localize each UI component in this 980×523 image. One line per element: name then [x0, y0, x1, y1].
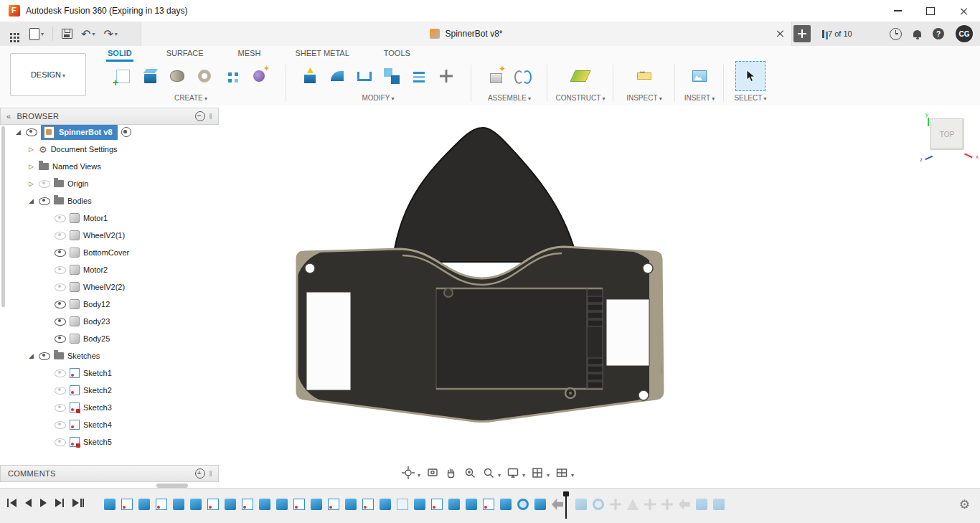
- visibility-eye-icon[interactable]: [55, 369, 66, 377]
- skip-to-end-button[interactable]: [72, 499, 84, 507]
- timeline-settings-gear-icon[interactable]: [959, 497, 970, 512]
- close-button[interactable]: [947, 0, 980, 22]
- redo-button[interactable]: [103, 27, 117, 41]
- zoom-icon[interactable]: [481, 466, 496, 480]
- timeline-feature-tri-icon[interactable]: [627, 499, 639, 510]
- extrude-icon[interactable]: [139, 65, 161, 87]
- model-viewport[interactable]: [219, 105, 980, 488]
- timeline-feature-solid-icon[interactable]: [534, 499, 546, 510]
- timeline-feature-solid-icon[interactable]: [414, 499, 425, 510]
- tree-item-wheelv2-2[interactable]: WheelV2(2): [9, 278, 219, 296]
- visibility-eye-icon[interactable]: [39, 180, 50, 188]
- tree-item-sketch5[interactable]: Sketch5: [9, 433, 219, 451]
- tree-item-sketch2[interactable]: Sketch2: [9, 382, 219, 399]
- group-label-modify[interactable]: MODIFY: [362, 94, 394, 103]
- timeline-feature-solid-icon[interactable]: [380, 499, 391, 510]
- expander-icon[interactable]: [27, 352, 35, 359]
- viewcube[interactable]: y TOP x z: [921, 114, 974, 161]
- tree-item-body23[interactable]: Body23: [9, 313, 219, 330]
- model-battery-tray[interactable]: [436, 288, 603, 389]
- undo-button[interactable]: [81, 27, 95, 41]
- timeline-feature-solid-icon[interactable]: [104, 499, 116, 510]
- tree-item-bottomcover[interactable]: BottomCover: [9, 244, 219, 261]
- visibility-eye-icon[interactable]: [55, 301, 66, 308]
- minimize-button[interactable]: [881, 0, 914, 22]
- timeline-feature-solid-icon[interactable]: [696, 499, 707, 510]
- tree-item-motor2[interactable]: Motor2: [9, 261, 219, 278]
- zoom-fit-icon[interactable]: [462, 466, 478, 480]
- revolve-icon[interactable]: [166, 65, 188, 87]
- group-label-insert[interactable]: INSERT: [684, 94, 715, 103]
- browser-scrollbar[interactable]: [1, 126, 5, 307]
- save-button[interactable]: [62, 29, 72, 39]
- collapse-panel-icon[interactable]: [1, 112, 17, 121]
- tree-item-body12[interactable]: Body12: [9, 296, 219, 313]
- offset-icon[interactable]: [408, 65, 430, 87]
- tab-mesh[interactable]: MESH: [237, 47, 263, 62]
- clock-icon[interactable]: [890, 28, 902, 40]
- canvas-area[interactable]: y TOP x z BROWSER SpinnerBot v8: [0, 105, 980, 488]
- timeline-feature-cross-icon[interactable]: [644, 499, 656, 510]
- look-at-icon[interactable]: [425, 466, 440, 480]
- sweep-icon[interactable]: [194, 65, 215, 87]
- add-comment-icon[interactable]: [195, 468, 205, 479]
- help-icon[interactable]: [933, 28, 944, 39]
- panel-grip-icon[interactable]: [209, 113, 212, 121]
- timeline-feature-solid-icon[interactable]: [259, 499, 270, 510]
- timeline-feature-sketch-icon[interactable]: [483, 499, 494, 510]
- step-back-button[interactable]: [25, 499, 32, 507]
- timeline-feature-sketch-icon[interactable]: [362, 499, 374, 510]
- move-icon[interactable]: [435, 65, 457, 87]
- visibility-eye-icon[interactable]: [39, 352, 50, 360]
- timeline-feature-solid-icon[interactable]: [138, 499, 150, 510]
- measure-icon[interactable]: [633, 65, 655, 87]
- new-document-button[interactable]: [793, 25, 811, 42]
- timeline-feature-solid-icon[interactable]: [225, 499, 236, 510]
- skip-to-start-button[interactable]: [7, 499, 17, 507]
- timeline-feature-solid-icon[interactable]: [311, 499, 322, 510]
- design-menu-button[interactable]: DESIGN: [10, 53, 86, 96]
- group-label-construct[interactable]: CONSTRUCT: [555, 94, 605, 103]
- create-sketch-icon[interactable]: [112, 65, 133, 87]
- group-label-inspect[interactable]: INSPECT: [626, 94, 662, 103]
- tree-item-origin[interactable]: Origin: [9, 175, 219, 192]
- combine-icon[interactable]: [381, 65, 402, 87]
- pattern-icon[interactable]: [221, 65, 242, 87]
- tree-item-sketch1[interactable]: Sketch1: [9, 364, 219, 382]
- model-dome[interactable]: [393, 128, 575, 262]
- timeline-feature-solid-icon[interactable]: [713, 499, 725, 510]
- visibility-eye-icon[interactable]: [55, 266, 66, 274]
- timeline-feature-sketch-icon[interactable]: [207, 499, 219, 510]
- job-status[interactable]: 7 of 10: [822, 22, 852, 46]
- visibility-eye-icon[interactable]: [55, 438, 66, 446]
- timeline-feature-solid-icon[interactable]: [448, 499, 460, 510]
- coil-icon[interactable]: [248, 65, 270, 87]
- timeline-feature-cross-icon[interactable]: [610, 499, 621, 510]
- visibility-eye-icon[interactable]: [26, 128, 37, 136]
- timeline-feature-solid-icon[interactable]: [466, 499, 477, 510]
- tree-item-document-settings[interactable]: Document Settings: [9, 141, 219, 158]
- selected-highlight[interactable]: SpinnerBot v8: [41, 125, 118, 140]
- play-button[interactable]: [40, 499, 47, 507]
- tree-item-wheelv2-1[interactable]: WheelV2(1): [9, 227, 219, 244]
- tab-tools[interactable]: TOOLS: [382, 47, 412, 62]
- notifications-bell-icon[interactable]: [913, 30, 921, 37]
- visibility-eye-icon[interactable]: [55, 249, 66, 257]
- expander-icon[interactable]: [14, 128, 22, 136]
- construction-plane-icon[interactable]: [570, 65, 591, 87]
- timeline-feature-sketch-icon[interactable]: [431, 499, 443, 510]
- viewports-icon[interactable]: [554, 466, 570, 480]
- new-component-icon[interactable]: [485, 65, 507, 87]
- timeline-position-marker[interactable]: [565, 491, 567, 519]
- select-tool-active[interactable]: [735, 61, 765, 91]
- expander-icon[interactable]: [27, 197, 35, 204]
- document-tab[interactable]: SpinnerBot v8*: [141, 22, 792, 46]
- dropdown-caret-icon[interactable]: [498, 472, 501, 479]
- minus-circle-icon[interactable]: [195, 111, 205, 121]
- visibility-eye-icon[interactable]: [55, 283, 66, 291]
- visibility-eye-icon[interactable]: [55, 215, 66, 222]
- visibility-eye-icon[interactable]: [55, 404, 66, 412]
- panel-grip-icon[interactable]: [209, 470, 212, 478]
- timeline-feature-sketch-icon[interactable]: [328, 499, 339, 510]
- timeline-feature-sketch-icon[interactable]: [293, 499, 305, 510]
